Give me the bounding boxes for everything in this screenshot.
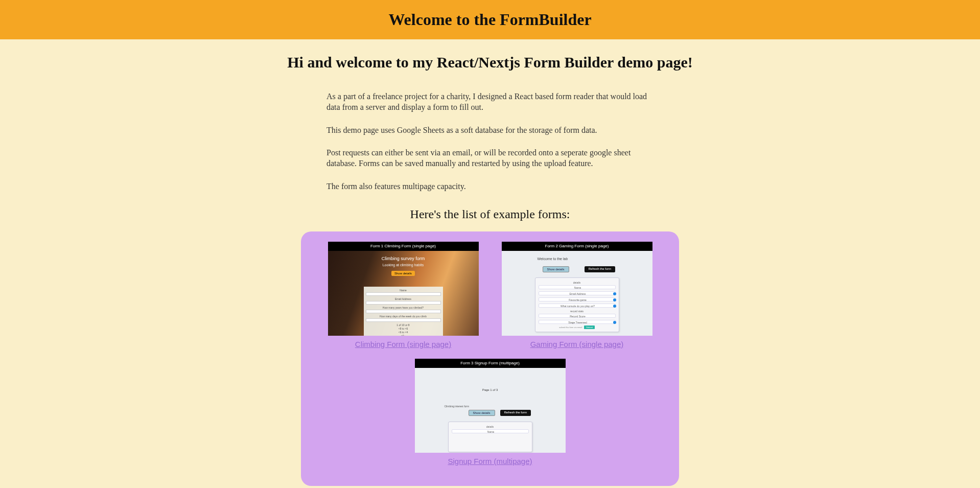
thumb-inner-header: Welcome to the lab: [538, 257, 568, 261]
form-link-gaming[interactable]: Gaming Form (single page): [530, 340, 624, 348]
thumb-check-item: 1 of 10 or 8: [366, 323, 441, 327]
subtitle: Hi and welcome to my React/Nextjs Form B…: [224, 54, 756, 71]
form-link-signup[interactable]: Signup Form (multipage): [448, 457, 532, 466]
intro-paragraph-1: As a part of a freelance project for a c…: [326, 91, 654, 113]
thumb-field-label: How many years have you climbed?: [366, 306, 441, 309]
thumb-inner-button-show: Show details: [543, 266, 569, 272]
thumb-field-label: Name: [366, 289, 441, 292]
form-thumbnail-signup[interactable]: Form 3 Signup Form (multipage) Page 1 of…: [415, 359, 566, 453]
thumb-field: Favourite game: [539, 297, 616, 301]
info-dot-icon: [613, 292, 616, 295]
header-bar: Welcome to the FormBuilder: [0, 0, 980, 39]
thumb-inner-panel: details Name: [448, 422, 532, 452]
thumb-inner-form: Name Email Address How many years have y…: [364, 287, 443, 336]
thumb-inner-subtitle: Looking at climbing habits: [328, 263, 479, 267]
thumb-page-indicator: Page 1 of 3: [415, 388, 566, 391]
thumb-inner-button: Show details: [391, 271, 415, 276]
thumb-check-item: <8 to <6: [366, 327, 441, 331]
info-dot-icon: [613, 305, 616, 308]
forms-container: Form 1 Climbing Form (single page) Climb…: [301, 231, 679, 486]
thumb-submit-btn: Submit: [584, 326, 594, 329]
thumb-field-label: Email Address: [366, 297, 441, 300]
intro-paragraph-4: The form also features multipage capacit…: [326, 181, 654, 192]
thumb-checks: 1 of 10 or 8 <8 to <6 <6 to <4 <4+ Indoo…: [366, 323, 441, 336]
thumb-section-label: details: [539, 281, 616, 284]
form-link-climbing[interactable]: Climbing Form (single page): [355, 340, 451, 348]
thumb-section-label: record stats: [539, 310, 616, 313]
info-dot-icon: [613, 321, 616, 324]
form-thumbnail-gaming[interactable]: Form 2 Gaming Form (single page) Welcome…: [502, 242, 652, 336]
form-card-climbing: Form 1 Climbing Form (single page) Climb…: [326, 242, 480, 348]
intro-paragraph-2: This demo page uses Google Sheets as a s…: [326, 125, 654, 136]
thumb-inner-button-show: Show details: [469, 410, 495, 416]
thumb-inner-button-refresh: Refresh the form: [585, 266, 616, 272]
thumb-field: Email Address: [539, 291, 616, 295]
forms-list-title: Here's the list of example forms:: [224, 207, 756, 221]
thumb-section-label: details: [452, 425, 529, 428]
intro-paragraph-3: Post requests can either be sent via an …: [326, 148, 654, 169]
thumb-inner-button-refresh: Refresh the form: [500, 410, 531, 416]
thumb-topbar: Form 1 Climbing Form (single page): [328, 242, 479, 251]
thumb-left-label: Climbing interest form: [445, 405, 470, 408]
thumb-field: Record Score: [539, 314, 616, 318]
info-dot-icon: [613, 298, 616, 301]
thumb-field: Stage Traversed: [539, 320, 616, 324]
thumb-topbar: Form 3 Signup Form (multipage): [415, 359, 566, 368]
main-content: Hi and welcome to my React/Nextjs Form B…: [209, 39, 771, 488]
thumb-field-label: How many days of the week do you climb: [366, 315, 441, 318]
thumb-topbar: Form 2 Gaming Form (single page): [502, 242, 652, 251]
page-title: Welcome to the FormBuilder: [0, 10, 980, 29]
thumb-inner-title: Climbing survey form: [328, 251, 479, 261]
thumb-check-item: <4+: [366, 334, 441, 336]
thumb-field: Name: [539, 285, 616, 289]
form-card-signup: Form 3 Signup Form (multipage) Page 1 of…: [413, 359, 567, 466]
thumb-field: Name: [452, 429, 529, 433]
thumb-check-item: <6 to <4: [366, 331, 441, 334]
thumb-footer: submit this form via emailSubmit: [539, 326, 616, 329]
form-thumbnail-climbing[interactable]: Form 1 Climbing Form (single page) Climb…: [328, 242, 479, 336]
thumb-field: What console do you play on?: [539, 304, 616, 308]
form-card-gaming: Form 2 Gaming Form (single page) Welcome…: [500, 242, 654, 348]
thumb-inner-panel: details Name Email Address Favourite gam…: [535, 277, 619, 332]
